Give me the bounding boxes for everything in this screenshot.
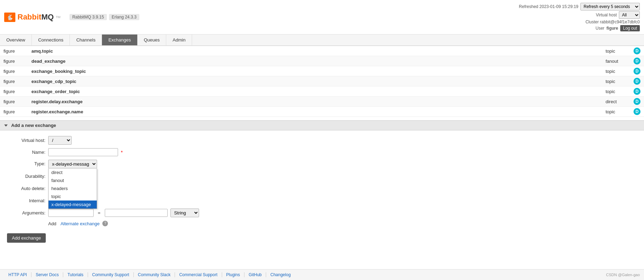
- cluster-value: rabbit@c94f1e7dbfc0: [600, 20, 640, 24]
- row-badge: D: [630, 107, 644, 117]
- type-dropdown-container: x-delayed-message direct fanout headers …: [48, 160, 97, 168]
- logo-icon: 🐇: [4, 13, 15, 22]
- nav-admin[interactable]: Admin: [166, 35, 192, 45]
- internal-form-label: Internal:: [7, 198, 45, 203]
- table-row[interactable]: figure exchange_order_topic topic D: [0, 86, 644, 97]
- row-badge: D: [630, 76, 644, 86]
- table-row[interactable]: figure exchange_cdp_topic topic D: [0, 76, 644, 86]
- row-type: fanout: [602, 56, 630, 66]
- row-vhost: figure: [0, 46, 28, 56]
- vhost-form-select[interactable]: / figure: [48, 136, 72, 145]
- row-badge: D: [630, 86, 644, 97]
- add-exchange-button[interactable]: Add exchange: [7, 233, 46, 243]
- table-row[interactable]: figure dead_exchange fanout D: [0, 56, 644, 66]
- type-option-fanout[interactable]: fanout: [49, 176, 97, 184]
- row-vhost: figure: [0, 97, 28, 107]
- type-option-xdelayed[interactable]: x-delayed-message: [49, 200, 97, 209]
- arg-val-input[interactable]: [105, 209, 168, 217]
- collapse-icon: [4, 124, 8, 127]
- nav-overview[interactable]: Overview: [0, 35, 32, 45]
- name-input[interactable]: [48, 148, 118, 156]
- row-name: exchange_cdp_topic: [28, 76, 602, 86]
- row-vhost: figure: [0, 86, 28, 97]
- row-type: topic: [602, 76, 630, 86]
- auto-delete-row-form: Auto delete: No Yes ?: [7, 184, 637, 193]
- vhost-form-label: Virtual host:: [7, 138, 45, 143]
- nav-exchanges[interactable]: Exchanges: [102, 35, 137, 45]
- user-row: User figure Log out: [519, 25, 640, 31]
- table-row[interactable]: figure register.delay.exchange direct D: [0, 97, 644, 107]
- row-type: topic: [602, 46, 630, 56]
- type-option-direct[interactable]: direct: [49, 168, 97, 176]
- cluster-row: Cluster rabbit@c94f1e7dbfc0: [519, 20, 640, 24]
- add-exchange-btn-row: Add exchange: [7, 230, 637, 243]
- user-value: figure: [607, 26, 618, 31]
- erlang-version: Erlang 24.3.3: [109, 14, 139, 20]
- row-type: topic: [602, 86, 630, 97]
- row-type: topic: [602, 66, 630, 76]
- nav: Overview Connections Channels Exchanges …: [0, 35, 644, 46]
- cluster-label: Cluster: [585, 20, 599, 24]
- table-row[interactable]: figure exchange_booking_topic topic D: [0, 66, 644, 76]
- type-row-form: Type: x-delayed-message direct fanout he…: [7, 160, 637, 168]
- add-exchange-title: Add a new exchange: [11, 123, 56, 128]
- arguments-row-form: Arguments: = String Number Boolean: [7, 209, 637, 217]
- row-name: dead_exchange: [28, 56, 602, 66]
- row-type: direct: [602, 97, 630, 107]
- type-dropdown-list: direct fanout headers topic x-delayed-me…: [48, 168, 97, 209]
- table-row[interactable]: figure amq.topic topic D: [0, 46, 644, 56]
- row-name: register.exchange.name: [28, 107, 602, 117]
- logout-button[interactable]: Log out: [620, 25, 640, 31]
- alternate-exchange-link[interactable]: Alternate exchange: [60, 221, 100, 226]
- vhost-row-form: Virtual host: / figure: [7, 136, 637, 145]
- refreshed-label: Refreshed 2023-01-09 15:29:19: [519, 4, 578, 9]
- refresh-select[interactable]: Refresh every 5 seconds Refresh every 10…: [580, 3, 640, 10]
- table-row[interactable]: figure register.exchange.name topic D: [0, 107, 644, 117]
- type-select[interactable]: x-delayed-message direct fanout headers …: [48, 160, 97, 168]
- row-name: exchange_booking_topic: [28, 66, 602, 76]
- logo-tm: TM: [56, 15, 60, 19]
- type-option-topic[interactable]: topic: [49, 192, 97, 200]
- row-badge: D: [630, 56, 644, 66]
- internal-row-form: Internal: No Yes ?: [7, 196, 637, 205]
- nav-queues[interactable]: Queues: [138, 35, 167, 45]
- auto-delete-form-label: Auto delete:: [7, 186, 45, 191]
- row-badge: D: [630, 46, 644, 56]
- row-vhost: figure: [0, 66, 28, 76]
- arg-type-select[interactable]: String Number Boolean: [170, 209, 199, 217]
- rabbitmq-version: RabbitMQ 3.9.15: [69, 14, 107, 20]
- user-label: User: [595, 26, 604, 31]
- header: 🐇 RabbitMQ TM RabbitMQ 3.9.15 Erlang 24.…: [0, 0, 644, 35]
- refresh-row: Refreshed 2023-01-09 15:29:19 Refresh ev…: [519, 3, 640, 10]
- row-name: amq.topic: [28, 46, 602, 56]
- header-right: Refreshed 2023-01-09 15:29:19 Refresh ev…: [519, 3, 640, 31]
- logo-area: 🐇 RabbitMQ TM RabbitMQ 3.9.15 Erlang 24.…: [4, 13, 139, 22]
- exchanges-table: figure amq.topic topic D figure dead_exc…: [0, 46, 644, 117]
- vhost-label: Virtual host: [596, 13, 617, 17]
- type-option-headers[interactable]: headers: [49, 184, 97, 192]
- required-star: *: [121, 150, 123, 155]
- main: figure amq.topic topic D figure dead_exc…: [0, 46, 644, 248]
- alternate-help[interactable]: ?: [102, 221, 108, 226]
- row-badge: D: [630, 97, 644, 107]
- type-form-label: Type:: [7, 161, 45, 166]
- logo-text: RabbitMQ: [17, 13, 54, 22]
- arg-key-input[interactable]: [48, 209, 94, 217]
- exchange-rows: figure amq.topic topic D figure dead_exc…: [0, 46, 644, 117]
- version-badges: RabbitMQ 3.9.15 Erlang 24.3.3: [69, 14, 139, 20]
- name-form-label: Name:: [7, 150, 45, 155]
- row-vhost: figure: [0, 76, 28, 86]
- vhost-select[interactable]: All /: [619, 11, 640, 19]
- arguments-form-label: Arguments:: [7, 210, 45, 215]
- add-label: Add: [48, 221, 56, 226]
- durability-row-form: Durability: Durable Transient: [7, 172, 637, 181]
- nav-connections[interactable]: Connections: [32, 35, 70, 45]
- equals-sign: =: [98, 210, 101, 215]
- nav-channels[interactable]: Channels: [70, 35, 102, 45]
- vhost-row: Virtual host All /: [519, 11, 640, 19]
- row-name: exchange_order_topic: [28, 86, 602, 97]
- add-exchange-section-header[interactable]: Add a new exchange: [0, 120, 644, 130]
- alternate-row: Add Alternate exchange ?: [48, 221, 637, 226]
- add-exchange-form: Virtual host: / figure Name: * Type: x-d…: [0, 130, 644, 248]
- row-vhost: figure: [0, 107, 28, 117]
